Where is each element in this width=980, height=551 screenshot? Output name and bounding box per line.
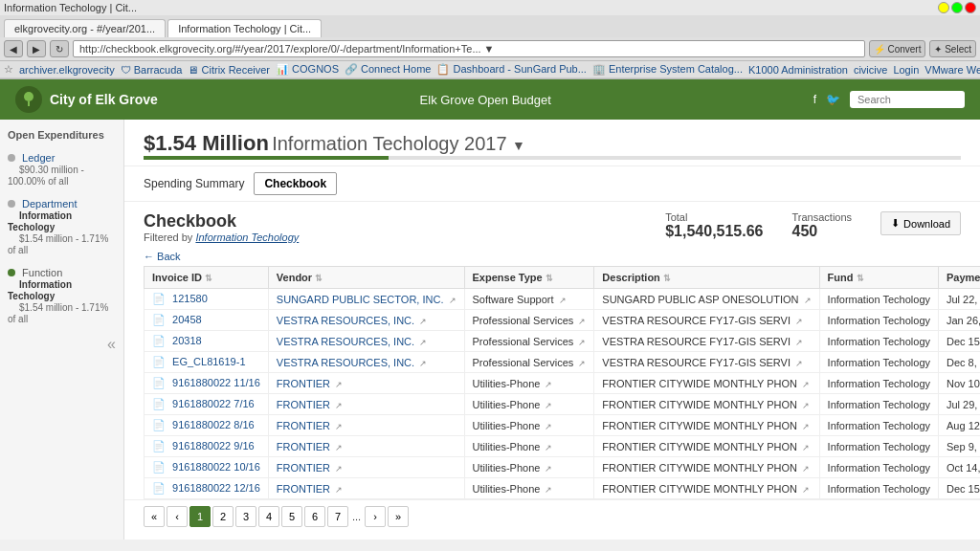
- vendor-ext-link-icon[interactable]: ↗: [335, 380, 343, 389]
- back-link[interactable]: ← Back: [144, 251, 181, 262]
- vendor-ext-link-icon[interactable]: ↗: [419, 317, 427, 326]
- bookmark-barracuda[interactable]: 🛡 Barracuda: [121, 64, 183, 76]
- minimize-button[interactable]: [938, 2, 949, 13]
- vendor-link[interactable]: FRONTIER: [277, 483, 330, 495]
- invoice-id-link[interactable]: 20318: [172, 335, 202, 346]
- vendor-ext-link-icon[interactable]: ↗: [419, 338, 427, 347]
- maximize-button[interactable]: [951, 2, 963, 13]
- dropdown-icon[interactable]: ▼: [512, 138, 525, 153]
- desc-ext-link-icon[interactable]: ↗: [804, 296, 812, 305]
- sidebar-item-function[interactable]: Function Information Techology $1.54 mil…: [8, 267, 116, 324]
- pagination-page-2[interactable]: 2: [212, 506, 234, 527]
- desc-ext-link-icon[interactable]: ↗: [802, 464, 810, 474]
- col-header-vendor[interactable]: Vendor ⇅: [268, 267, 464, 289]
- bookmark-dashboard[interactable]: 📋 Dashboard - SunGard Pub...: [436, 63, 586, 76]
- col-header-fund[interactable]: Fund ⇅: [819, 267, 938, 289]
- pagination-page-5[interactable]: 5: [281, 506, 302, 527]
- expense-ext-link-icon[interactable]: ↗: [545, 464, 552, 474]
- pagination-page-3[interactable]: 3: [235, 506, 256, 527]
- desc-ext-link-icon[interactable]: ↗: [802, 422, 810, 431]
- vendor-ext-link-icon[interactable]: ↗: [335, 401, 343, 410]
- browser-tab-1[interactable]: elkgrovecity.org - #/year/201...: [4, 19, 166, 37]
- invoice-id-link[interactable]: 9161880022 10/16: [172, 461, 260, 473]
- search-input[interactable]: [850, 91, 965, 108]
- vendor-ext-link-icon[interactable]: ↗: [335, 464, 343, 474]
- pagination-next[interactable]: ›: [365, 506, 386, 527]
- twitter-icon[interactable]: 🐦: [826, 93, 840, 106]
- bookmark-k1000[interactable]: K1000 Administration: [748, 64, 848, 76]
- vendor-ext-link-icon[interactable]: ↗: [449, 296, 457, 305]
- pagination-page-1[interactable]: 1: [189, 506, 211, 527]
- col-header-payment-date[interactable]: Payment Date ⇅: [939, 267, 981, 289]
- vendor-link[interactable]: VESTRA RESOURCES, INC.: [277, 357, 414, 368]
- vendor-ext-link-icon[interactable]: ↗: [419, 359, 427, 368]
- vendor-link[interactable]: SUNGARD PUBLIC SECTOR, INC.: [277, 294, 444, 305]
- desc-ext-link-icon[interactable]: ↗: [802, 443, 810, 452]
- vendor-link[interactable]: VESTRA RESOURCES, INC.: [277, 336, 414, 347]
- bookmark-login[interactable]: Login: [893, 64, 919, 76]
- pagination-prev[interactable]: ‹: [167, 506, 188, 527]
- bookmark-enterprise[interactable]: 🏢 Enterprise System Catalog...: [592, 63, 743, 76]
- col-header-description[interactable]: Description ⇅: [594, 267, 819, 289]
- pagination-page-4[interactable]: 4: [258, 506, 279, 527]
- vendor-ext-link-icon[interactable]: ↗: [335, 443, 343, 452]
- vendor-link[interactable]: FRONTIER: [277, 462, 330, 474]
- forward-nav-button[interactable]: ▶: [27, 40, 46, 57]
- invoice-id-link[interactable]: 9161880022 12/16: [172, 482, 260, 494]
- invoice-id-link[interactable]: 9161880022 11/16: [172, 377, 260, 388]
- tab-checkbook[interactable]: Checkbook: [254, 172, 337, 195]
- sidebar-item-ledger[interactable]: Ledger $90.30 million - 100.00% of all: [8, 152, 116, 187]
- pagination-first[interactable]: «: [144, 506, 165, 527]
- expense-ext-link-icon[interactable]: ↗: [545, 485, 552, 495]
- bookmark-citrix[interactable]: 🖥 Citrix Receiver: [188, 64, 270, 76]
- sidebar-toggle-button[interactable]: «: [8, 336, 116, 353]
- bookmark-connect[interactable]: 🔗 Connect Home: [345, 63, 431, 76]
- desc-ext-link-icon[interactable]: ↗: [795, 338, 803, 347]
- vendor-ext-link-icon[interactable]: ↗: [335, 485, 343, 495]
- address-bar[interactable]: http://checkbook.elkgrovecity.org/#/year…: [73, 40, 865, 57]
- back-nav-button[interactable]: ◀: [4, 40, 23, 57]
- download-button[interactable]: ⬇ Download: [880, 211, 961, 235]
- refresh-nav-button[interactable]: ↻: [50, 40, 69, 57]
- convert-button[interactable]: ⚡ Convert: [869, 40, 926, 57]
- vendor-link[interactable]: FRONTIER: [277, 441, 330, 452]
- browser-tab-2[interactable]: Information Techology | Cit...: [167, 19, 322, 37]
- invoice-id-link[interactable]: 20458: [172, 314, 202, 325]
- sidebar-item-department[interactable]: Department Information Techology $1.54 m…: [8, 198, 116, 255]
- vendor-link[interactable]: FRONTIER: [277, 420, 330, 431]
- vendor-link[interactable]: FRONTIER: [277, 399, 330, 410]
- select-button[interactable]: ✦ Select: [929, 40, 976, 57]
- expense-ext-link-icon[interactable]: ↗: [545, 380, 552, 389]
- bookmark-archiver[interactable]: archiver.elkgrovecity: [19, 64, 115, 76]
- close-button[interactable]: [965, 2, 976, 13]
- desc-ext-link-icon[interactable]: ↗: [795, 359, 803, 368]
- expense-ext-link-icon[interactable]: ↗: [578, 317, 586, 326]
- filter-link[interactable]: Information Techology: [195, 231, 299, 243]
- expense-ext-link-icon[interactable]: ↗: [559, 296, 567, 305]
- bookmark-cognos[interactable]: 📊 COGNOS: [276, 63, 339, 76]
- vendor-link[interactable]: VESTRA RESOURCES, INC.: [277, 315, 414, 326]
- pagination-last[interactable]: »: [388, 506, 409, 527]
- col-header-invoice-id[interactable]: Invoice ID ⇅: [145, 267, 269, 289]
- invoice-id-link[interactable]: EG_CL81619-1: [172, 356, 245, 367]
- desc-ext-link-icon[interactable]: ↗: [802, 380, 810, 389]
- expense-ext-link-icon[interactable]: ↗: [578, 359, 586, 368]
- vendor-ext-link-icon[interactable]: ↗: [335, 422, 343, 431]
- expense-ext-link-icon[interactable]: ↗: [578, 338, 586, 347]
- bookmark-civicive[interactable]: civicive: [854, 64, 887, 76]
- desc-ext-link-icon[interactable]: ↗: [802, 401, 810, 410]
- bookmark-vmware[interactable]: VMware Web Client: [924, 64, 980, 76]
- desc-ext-link-icon[interactable]: ↗: [795, 317, 803, 326]
- expense-ext-link-icon[interactable]: ↗: [545, 401, 552, 410]
- desc-ext-link-icon[interactable]: ↗: [802, 485, 810, 495]
- facebook-icon[interactable]: f: [813, 93, 816, 106]
- pagination-page-6[interactable]: 6: [304, 506, 325, 527]
- pagination-page-7[interactable]: 7: [327, 506, 348, 527]
- col-header-expense-type[interactable]: Expense Type ⇅: [464, 267, 594, 289]
- invoice-id-link[interactable]: 9161880022 7/16: [172, 398, 255, 409]
- invoice-id-link[interactable]: 9161880022 8/16: [172, 419, 255, 430]
- vendor-link[interactable]: FRONTIER: [277, 378, 330, 389]
- invoice-id-link[interactable]: 9161880022 9/16: [172, 440, 255, 452]
- invoice-id-link[interactable]: 121580: [172, 293, 208, 304]
- expense-ext-link-icon[interactable]: ↗: [545, 422, 552, 431]
